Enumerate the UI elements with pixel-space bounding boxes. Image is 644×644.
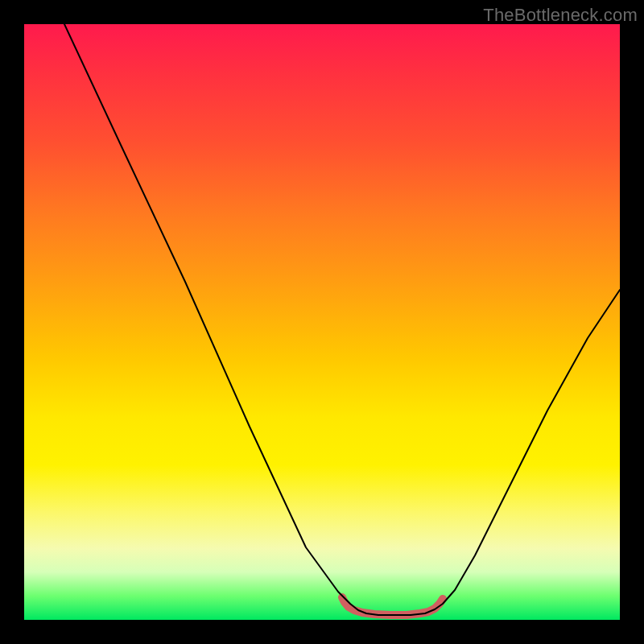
curve-svg (24, 24, 620, 620)
bottleneck-curve (64, 24, 620, 615)
watermark-label: TheBottleneck.com (483, 5, 638, 26)
chart-frame: TheBottleneck.com (0, 0, 644, 644)
plot-area (24, 24, 620, 620)
